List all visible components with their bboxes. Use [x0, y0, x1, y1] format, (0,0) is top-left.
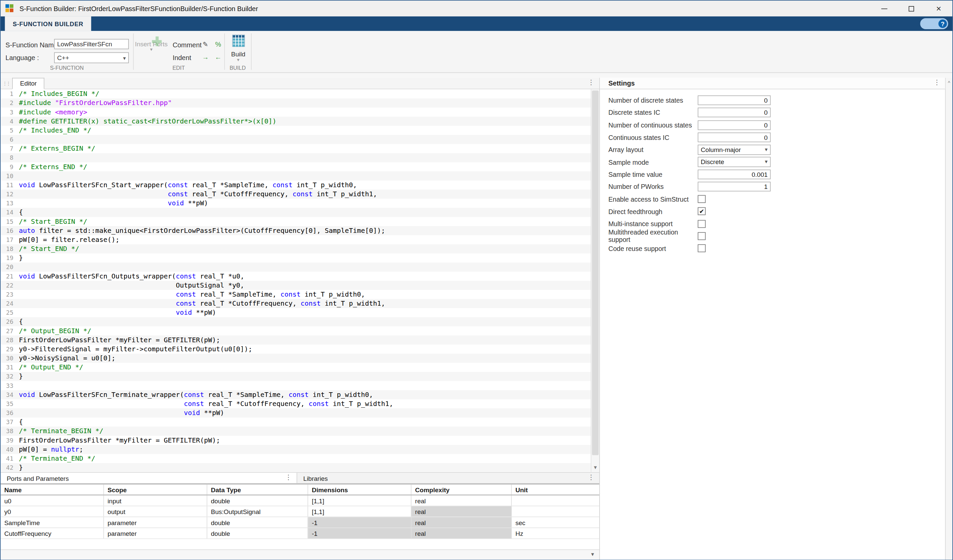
code-line[interactable]: 19} — [1, 253, 591, 262]
table-cell[interactable]: [1,1] — [308, 506, 411, 517]
code-line[interactable]: 4#define GETFILTER(x) static_cast<FirstO… — [1, 117, 591, 126]
code-line[interactable]: 8 — [1, 153, 591, 162]
table-cell[interactable]: real — [411, 495, 512, 506]
table-row[interactable]: SampleTimeparameterdouble-1realsec — [1, 517, 599, 528]
code-line[interactable]: 16auto filter = std::make_unique<FirstOr… — [1, 226, 591, 235]
code-editor[interactable]: 1/* Includes_BEGIN */2#include "FirstOrd… — [1, 89, 599, 472]
code-line[interactable]: 9/* Externs_END */ — [1, 162, 591, 171]
code-line[interactable]: 13 void **pW) — [1, 199, 591, 208]
build-button[interactable]: Build ▾ — [225, 34, 251, 62]
code-line[interactable]: 20 — [1, 262, 591, 271]
libraries-menu-icon[interactable]: ⋮ — [588, 473, 594, 481]
code-line[interactable]: 32} — [1, 372, 591, 381]
indent-left-icon[interactable]: ← — [213, 53, 223, 62]
table-cell[interactable] — [512, 506, 599, 517]
table-cell[interactable]: input — [104, 495, 207, 506]
table-cell[interactable]: y0 — [1, 506, 104, 517]
settings-input[interactable]: 0 — [698, 120, 770, 130]
right-collapse-strip[interactable]: ^ — [945, 78, 952, 559]
code-line[interactable]: 28FirstOrderLowPassFilter *myFilter = GE… — [1, 335, 591, 344]
settings-checkbox[interactable] — [698, 232, 706, 240]
table-cell[interactable]: Bus:OutputSignal — [207, 506, 308, 517]
code-line[interactable]: 1/* Includes_BEGIN */ — [1, 89, 591, 98]
code-line[interactable]: 37{ — [1, 417, 591, 427]
table-cell[interactable]: parameter — [104, 528, 207, 538]
help-button[interactable]: ? — [920, 18, 948, 29]
sfunction-name-input[interactable]: LowPassFilterSFcn — [54, 39, 129, 49]
code-line[interactable]: 10 — [1, 171, 591, 180]
code-line[interactable]: 40pW[0] = nullptr; — [1, 445, 591, 454]
tab-libraries[interactable]: Libraries ⋮ — [297, 473, 599, 483]
code-line[interactable]: 35 const real_T *CutoffFrequency, const … — [1, 399, 591, 408]
code-line[interactable]: 15/* Start_BEGIN */ — [1, 217, 591, 226]
code-line[interactable]: 38/* Terminate_BEGIN */ — [1, 427, 591, 436]
editor-scrollbar[interactable]: ▼ — [591, 89, 599, 472]
table-cell[interactable]: SampleTime — [1, 517, 104, 527]
table-cell[interactable]: Hz — [512, 528, 599, 538]
table-row[interactable]: CutoffFrequencyparameterdouble-1realHz — [1, 528, 599, 539]
settings-input[interactable]: 0 — [698, 108, 770, 118]
drag-handle-icon[interactable]: ⋮⋮ — [2, 81, 10, 86]
code-line[interactable]: 6 — [1, 135, 591, 144]
settings-checkbox[interactable] — [698, 220, 706, 228]
table-row[interactable]: u0inputdouble[1,1]real — [1, 495, 599, 506]
table-cell[interactable]: double — [207, 528, 308, 538]
settings-input[interactable]: 1 — [698, 182, 770, 192]
code-line[interactable]: 3#include <memory> — [1, 108, 591, 117]
code-line[interactable]: 39FirstOrderLowPassFilter *myFilter = GE… — [1, 436, 591, 445]
editor-menu-icon[interactable]: ⋮ — [588, 79, 594, 87]
code-line[interactable]: 14{ — [1, 208, 591, 217]
code-line[interactable]: 22 OutputSignal *y0, — [1, 281, 591, 290]
tab-editor[interactable]: Editor — [12, 78, 45, 89]
settings-input[interactable]: 0 — [698, 133, 770, 142]
table-cell[interactable] — [512, 495, 599, 506]
code-line[interactable]: 25 void **pW) — [1, 308, 591, 317]
code-line[interactable]: 33 — [1, 381, 591, 390]
close-button[interactable]: ✕ — [925, 1, 953, 16]
code-line[interactable]: 17pW[0] = filter.release(); — [1, 235, 591, 244]
code-line[interactable]: 18/* Start_END */ — [1, 244, 591, 253]
maximize-button[interactable] — [898, 1, 925, 16]
code-line[interactable]: 21void LowPassFilterSFcn_Outputs_wrapper… — [1, 272, 591, 281]
ports-menu-icon[interactable]: ⋮ — [285, 473, 292, 481]
settings-checkbox[interactable] — [698, 244, 706, 252]
table-cell[interactable]: CutoffFrequency — [1, 528, 104, 538]
code-line[interactable]: 42} — [1, 463, 591, 472]
code-line[interactable]: 2#include "FirstOrderLowPassFilter.hpp" — [1, 98, 591, 107]
minimize-button[interactable] — [871, 1, 898, 16]
table-row[interactable]: y0outputBus:OutputSignal[1,1]real — [1, 506, 599, 517]
language-select[interactable]: C++ ▾ — [54, 52, 129, 64]
code-line[interactable]: 41/* Terminate_END */ — [1, 454, 591, 463]
code-line[interactable]: 31/* Output_END */ — [1, 363, 591, 372]
insert-ports-button[interactable]: Insert Ports ▾ — [134, 36, 168, 52]
table-cell[interactable]: u0 — [1, 495, 104, 506]
settings-input[interactable]: 0.001 — [698, 169, 770, 179]
code-line[interactable]: 11void LowPassFilterSFcn_Start_wrapper(c… — [1, 180, 591, 189]
indent-right-icon[interactable]: → — [201, 53, 210, 62]
settings-menu-icon[interactable]: ⋮ — [934, 79, 940, 87]
table-cell[interactable]: sec — [512, 517, 599, 527]
table-cell[interactable]: double — [207, 495, 308, 506]
table-cell[interactable]: double — [207, 517, 308, 527]
table-cell[interactable]: output — [104, 506, 207, 517]
settings-select[interactable]: Column-major▾ — [698, 144, 770, 155]
collapse-panel-icon[interactable]: ▼ — [588, 550, 597, 558]
uncomment-icon[interactable]: % — [213, 40, 223, 49]
code-line[interactable]: 29y0->FilteredSignal = myFilter->compute… — [1, 344, 591, 354]
code-line[interactable]: 5/* Includes_END */ — [1, 126, 591, 135]
comment-pencil-icon[interactable]: ✎ — [201, 40, 210, 49]
code-line[interactable]: 12 const real_T *CutoffFrequency, const … — [1, 189, 591, 199]
code-line[interactable]: 30y0->NoisySignal = u0[0]; — [1, 354, 591, 363]
table-cell[interactable]: [1,1] — [308, 495, 411, 506]
scrollbar-down-icon[interactable]: ▼ — [591, 464, 599, 472]
code-line[interactable]: 34void LowPassFilterSFcn_Terminate_wrapp… — [1, 390, 591, 399]
settings-input[interactable]: 0 — [698, 96, 770, 105]
tab-sfunction-builder[interactable]: S-FUNCTION BUILDER — [5, 16, 91, 31]
settings-select[interactable]: Discrete▾ — [698, 157, 770, 168]
code-line[interactable]: 24 const real_T *CutoffFrequency, const … — [1, 299, 591, 308]
table-cell[interactable]: parameter — [104, 517, 207, 527]
code-line[interactable]: 36 void **pW) — [1, 408, 591, 417]
code-line[interactable]: 26{ — [1, 317, 591, 326]
scrollbar-thumb[interactable] — [592, 91, 599, 455]
code-line[interactable]: 27/* Output_BEGIN */ — [1, 326, 591, 335]
